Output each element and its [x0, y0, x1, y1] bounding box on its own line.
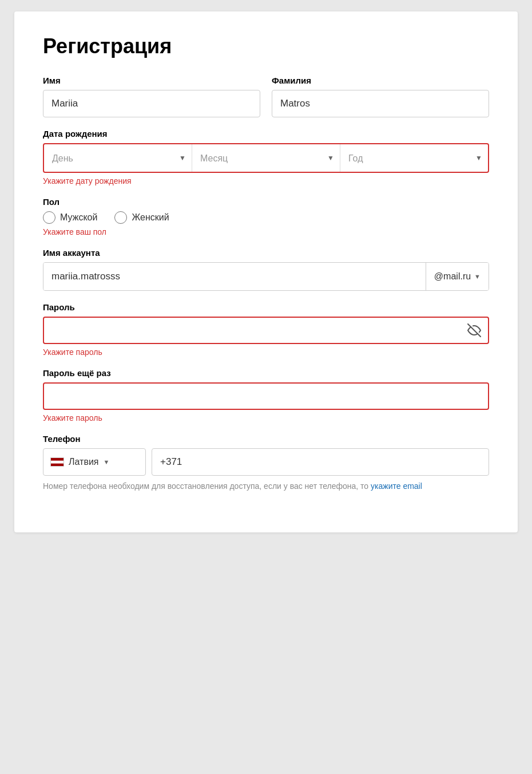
gender-female-radio[interactable]	[114, 211, 127, 224]
phone-country-selector[interactable]: Латвия ▼	[43, 448, 146, 476]
gender-error: Укажите ваш пол	[43, 227, 489, 236]
account-label: Имя аккаунта	[43, 248, 489, 258]
gender-male-radio[interactable]	[43, 211, 55, 224]
gender-male-label[interactable]: Мужской	[43, 211, 97, 224]
dob-day-select[interactable]: День	[44, 144, 192, 172]
gender-male-text: Мужской	[60, 212, 97, 223]
phone-row: Латвия ▼	[43, 448, 489, 476]
password-input[interactable]	[43, 317, 489, 344]
account-domain-selector[interactable]: @mail.ru ▼	[426, 263, 489, 290]
phone-hint-text: Номер телефона необходим для восстановле…	[43, 481, 371, 491]
password-wrapper	[43, 317, 489, 344]
registration-card: Регистрация Имя Фамилия Дата рождения Де…	[14, 11, 518, 532]
phone-country-arrow: ▼	[103, 459, 109, 465]
dob-label: Дата рождения	[43, 129, 489, 139]
phone-hint: Номер телефона необходим для восстановле…	[43, 480, 489, 492]
dob-error: Укажите дату рождения	[43, 176, 489, 185]
dob-year-select[interactable]: Год	[340, 144, 488, 172]
password-error: Укажите пароль	[43, 347, 489, 357]
account-row: @mail.ru ▼	[43, 262, 489, 291]
phone-number-input[interactable]	[152, 448, 489, 476]
first-name-label: Имя	[43, 76, 260, 85]
gender-female-label[interactable]: Женский	[114, 211, 169, 224]
password-repeat-input[interactable]	[43, 382, 489, 410]
password-label: Пароль	[43, 302, 489, 312]
page-title: Регистрация	[43, 34, 489, 58]
last-name-label: Фамилия	[272, 76, 489, 85]
dob-year-wrapper: Год ▼	[340, 144, 488, 172]
phone-label: Телефон	[43, 434, 489, 444]
first-name-input[interactable]	[43, 90, 260, 117]
password-toggle-icon[interactable]	[467, 323, 481, 337]
phone-country-text: Латвия	[69, 457, 98, 467]
last-name-input[interactable]	[272, 90, 489, 117]
password-repeat-label: Пароль ещё раз	[43, 368, 489, 378]
dob-month-wrapper: Месяц ▼	[192, 144, 340, 172]
gender-row: Мужской Женский	[43, 211, 489, 224]
account-domain-text: @mail.ru	[434, 271, 471, 282]
account-domain-arrow: ▼	[474, 273, 481, 280]
gender-label: Пол	[43, 197, 489, 207]
dob-month-select[interactable]: Месяц	[192, 144, 340, 172]
account-name-input[interactable]	[43, 263, 426, 290]
phone-hint-email-link[interactable]: укажите email	[371, 481, 422, 491]
latvia-flag	[50, 457, 64, 467]
password-repeat-error: Укажите пароль	[43, 413, 489, 422]
dob-day-wrapper: День ▼	[44, 144, 192, 172]
gender-female-text: Женский	[132, 212, 169, 223]
dob-row: День ▼ Месяц ▼ Год ▼	[43, 143, 489, 173]
